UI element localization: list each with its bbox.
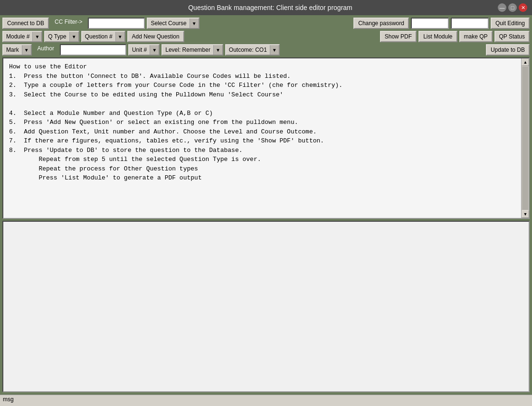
level-arrow-icon: ▼ [213, 45, 222, 55]
toolbar-row-3: Mark ▼ Author Unit # ▼ Level: Remember ▼… [2, 44, 530, 56]
editor-area: How to use the Editor 1. Press the butto… [2, 57, 530, 219]
level-dropdown[interactable]: Level: Remember ▼ [162, 44, 223, 56]
qp-status-button[interactable]: QP Status [494, 31, 530, 42]
list-module-button[interactable]: List Module [418, 31, 457, 42]
outcome-arrow-icon: ▼ [270, 45, 279, 55]
scroll-down-button[interactable]: ▼ [522, 210, 529, 218]
select-course-arrow-icon: ▼ [190, 19, 199, 28]
minimize-button[interactable]: — [498, 3, 506, 12]
add-new-question-button[interactable]: Add New Question [127, 31, 184, 42]
toolbar-row-2: Module # ▼ Q Type ▼ Question # ▼ Add New… [2, 31, 530, 42]
author-label: Author [34, 44, 58, 56]
maximize-button[interactable]: □ [508, 3, 517, 12]
author-input[interactable] [60, 44, 126, 56]
change-password-button[interactable]: Change password [353, 18, 409, 29]
status-message: msg [3, 396, 14, 403]
toolbar-row-1: Connect to DB CC Filter-> Select Course … [2, 18, 530, 29]
title-bar: Question Bank management: Client side ed… [0, 0, 532, 15]
unit-dropdown[interactable]: Unit # ▼ [128, 44, 160, 56]
main-content: Connect to DB CC Filter-> Select Course … [0, 15, 532, 395]
password-field-1[interactable] [411, 18, 449, 29]
editor-with-scroll: How to use the Editor 1. Press the butto… [3, 58, 529, 218]
module-dropdown[interactable]: Module # ▼ [2, 31, 42, 42]
mark-arrow-icon: ▼ [22, 45, 31, 55]
select-course-dropdown[interactable]: Select Course ▼ [147, 18, 199, 29]
cc-filter-input[interactable] [88, 18, 145, 29]
q-type-arrow-icon: ▼ [69, 32, 78, 41]
bottom-panel[interactable] [2, 221, 530, 392]
make-qp-button[interactable]: make QP [459, 31, 493, 42]
show-pdf-button[interactable]: Show PDF [380, 31, 417, 42]
mark-dropdown[interactable]: Mark ▼ [2, 44, 32, 56]
editor-scrollbar[interactable]: ▲ ▼ [521, 58, 529, 218]
quit-editing-button[interactable]: Quit Editing [491, 18, 530, 29]
connect-db-button[interactable]: Connect to DB [2, 18, 49, 29]
q-type-dropdown[interactable]: Q Type ▼ [44, 31, 79, 42]
module-arrow-icon: ▼ [32, 32, 41, 41]
question-arrow-icon: ▼ [115, 32, 124, 41]
password-field-2[interactable] [451, 18, 489, 29]
window-controls: — □ ✕ [498, 3, 527, 12]
update-to-db-button[interactable]: Update to DB [486, 44, 530, 56]
scroll-thumb[interactable] [522, 66, 528, 210]
scroll-up-button[interactable]: ▲ [522, 58, 529, 66]
editor-text[interactable]: How to use the Editor 1. Press the butto… [3, 58, 521, 218]
outcome-dropdown[interactable]: Outcome: CO1 ▼ [225, 44, 280, 56]
window-title: Question Bank management: Client side ed… [43, 4, 498, 11]
status-bar: msg [0, 395, 532, 406]
unit-arrow-icon: ▼ [150, 45, 159, 55]
close-button[interactable]: ✕ [519, 3, 527, 12]
cc-filter-label: CC Filter-> [51, 18, 86, 29]
question-dropdown[interactable]: Question # ▼ [81, 31, 125, 42]
